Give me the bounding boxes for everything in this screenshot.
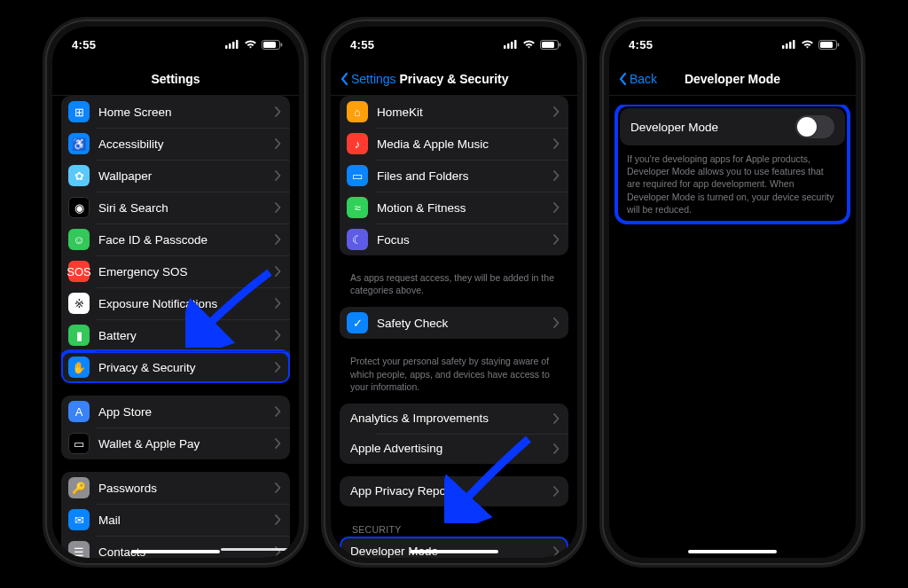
row-label: HomeKit — [377, 106, 552, 119]
svg-rect-16 — [789, 42, 792, 49]
row-label: Media & Apple Music — [377, 137, 552, 151]
group-footer: Protect your personal safety by staying … — [340, 351, 568, 404]
header: Settings — [52, 62, 299, 96]
svg-rect-6 — [281, 43, 283, 46]
chevron-right-icon — [552, 234, 560, 245]
homekit-icon: ⌂ — [347, 101, 368, 122]
settings-row[interactable]: ⌂HomeKit — [340, 96, 568, 128]
home-indicator[interactable] — [131, 550, 220, 553]
privacy-icon: ✋ — [68, 357, 90, 378]
svg-rect-17 — [793, 40, 795, 49]
settings-row[interactable]: ✋Privacy & Security — [61, 351, 290, 383]
row-label: Home Screen — [98, 106, 274, 119]
home-indicator[interactable] — [410, 550, 498, 553]
row-label: Apple Advertising — [350, 442, 552, 455]
svg-rect-12 — [542, 42, 554, 48]
settings-row[interactable]: ✉Mail — [61, 504, 290, 536]
settings-row[interactable]: SOSEmergency SOS — [61, 255, 290, 287]
row-label: Siri & Search — [98, 201, 274, 215]
developer-mode-toggle[interactable] — [795, 115, 834, 138]
settings-row[interactable]: AApp Store — [61, 396, 290, 427]
chevron-right-icon — [552, 106, 560, 117]
chevron-right-icon — [552, 170, 560, 181]
home-indicator[interactable] — [688, 550, 777, 553]
wallet-icon: ▭ — [68, 433, 90, 454]
svg-rect-14 — [782, 45, 785, 49]
row-label: Analytics & Improvements — [350, 412, 552, 425]
settings-group: ⊞Home Screen♿Accessibility✿Wallpaper◉Sir… — [61, 96, 290, 383]
back-button[interactable]: Settings — [340, 62, 396, 95]
settings-row[interactable]: ▮Battery — [61, 319, 290, 351]
settings-row[interactable]: ♿Accessibility — [61, 128, 290, 160]
back-button[interactable]: Back — [618, 62, 657, 95]
settings-group: 🔑Passwords✉Mail☰Contacts▦Calendar≣Notes — [61, 472, 290, 558]
svg-rect-0 — [225, 45, 228, 49]
battery-icon: ▮ — [68, 325, 90, 346]
chevron-right-icon — [274, 406, 281, 417]
row-label: App Privacy Report — [350, 484, 552, 498]
exposure-icon: ※ — [68, 293, 90, 314]
faceid-icon: ☺ — [68, 229, 90, 250]
settings-row[interactable]: Developer Mode — [340, 537, 568, 558]
settings-group: Developer Mode — [340, 537, 568, 558]
wifi-icon — [244, 40, 257, 50]
notch — [401, 27, 507, 50]
chevron-right-icon — [274, 138, 281, 149]
phone-1: 4:55 Settings ⊞Home Screen♿Accessibility… — [45, 20, 306, 565]
chevron-right-icon — [552, 486, 560, 497]
chevron-right-icon — [274, 266, 281, 277]
back-label: Back — [630, 72, 657, 86]
settings-row[interactable]: ◉Siri & Search — [61, 192, 290, 223]
scrollbar[interactable] — [221, 548, 294, 551]
appstore-icon: A — [68, 401, 90, 422]
svg-rect-5 — [263, 42, 276, 48]
settings-row[interactable]: ☰Contacts — [61, 536, 290, 558]
settings-row[interactable]: ✓Safety Check — [340, 307, 568, 339]
row-label: Wallet & Apple Pay — [98, 437, 274, 451]
settings-row[interactable]: ♪Media & Apple Music — [340, 128, 568, 160]
back-label: Settings — [351, 72, 396, 86]
toggle-label: Developer Mode — [630, 121, 795, 134]
developer-mode-row[interactable]: Developer Mode — [620, 108, 845, 145]
chevron-right-icon — [552, 413, 560, 424]
settings-row[interactable]: ☺Face ID & Passcode — [61, 223, 290, 255]
settings-row[interactable]: ≈Motion & Fitness — [340, 192, 568, 223]
settings-group: ✓Safety Check — [340, 307, 568, 339]
settings-row[interactable]: ⊞Home Screen — [61, 96, 290, 128]
phone-2: 4:55 Settings Privacy & Security ⌂HomeKi… — [324, 20, 584, 565]
status-time: 4:55 — [629, 38, 653, 51]
notch — [679, 27, 786, 50]
mail-icon: ✉ — [68, 509, 90, 530]
notch — [122, 27, 229, 50]
settings-row[interactable]: 🔑Passwords — [61, 472, 290, 504]
accessibility-icon: ♿ — [68, 133, 90, 154]
section-header: SECURITY — [340, 519, 568, 537]
page-title: Settings — [151, 72, 200, 86]
row-label: Motion & Fitness — [377, 201, 552, 215]
settings-row[interactable]: ▭Wallet & Apple Pay — [61, 427, 290, 459]
wallpaper-icon: ✿ — [68, 165, 90, 186]
row-label: Mail — [98, 514, 274, 527]
toggle-description: If you're developing apps for Apple prod… — [620, 153, 845, 216]
settings-row[interactable]: ✿Wallpaper — [61, 160, 290, 192]
settings-row[interactable]: ※Exposure Notifications — [61, 287, 290, 319]
row-label: Passwords — [98, 482, 274, 495]
settings-row[interactable]: App Privacy Report — [340, 476, 568, 506]
svg-rect-3 — [236, 40, 239, 49]
row-label: Emergency SOS — [98, 265, 274, 278]
chevron-right-icon — [274, 202, 281, 213]
settings-row[interactable]: ☾Focus — [340, 223, 568, 255]
chevron-right-icon — [274, 170, 281, 181]
page-title: Privacy & Security — [400, 72, 509, 86]
motion-icon: ≈ — [347, 197, 368, 218]
chevron-right-icon — [274, 234, 281, 245]
battery-icon — [262, 40, 283, 50]
svg-rect-15 — [786, 43, 788, 49]
settings-row[interactable]: ▭Files and Folders — [340, 160, 568, 192]
sos-icon: SOS — [68, 261, 90, 282]
row-label: Wallpaper — [98, 169, 274, 183]
battery-icon — [818, 40, 840, 50]
settings-row[interactable]: Apple Advertising — [340, 434, 568, 464]
settings-row[interactable]: Analytics & Improvements — [340, 404, 568, 434]
siri-icon: ◉ — [68, 197, 90, 218]
